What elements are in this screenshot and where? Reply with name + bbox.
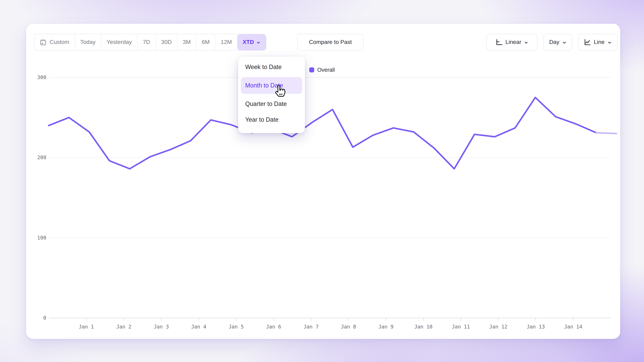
x-tick-label-14: Jan 14 bbox=[564, 324, 582, 330]
y-tick-label-200: 200 bbox=[37, 155, 46, 160]
x-tick-label-5: Jan 5 bbox=[228, 324, 244, 330]
x-tick-label-12: Jan 12 bbox=[489, 324, 507, 330]
x-tick-label-6: Jan 6 bbox=[266, 324, 281, 330]
x-tick-label-4: Jan 4 bbox=[191, 324, 206, 330]
x-tick-label-3: Jan 3 bbox=[154, 324, 169, 330]
x-tick-label-7: Jan 7 bbox=[304, 324, 319, 330]
x-tick-label-10: Jan 10 bbox=[414, 324, 432, 330]
line-chart: 0100200300Jan 1Jan 2Jan 3Jan 4Jan 5Jan 6… bbox=[0, 0, 644, 362]
x-tick-label-2: Jan 2 bbox=[116, 324, 131, 330]
x-tick-label-8: Jan 8 bbox=[341, 324, 356, 330]
dropdown-item-quarter-to-date[interactable]: Quarter to Date bbox=[241, 98, 302, 110]
xtd-dropdown-menu: Week to DateMonth to DateQuarter to Date… bbox=[238, 57, 305, 133]
series-line-overall bbox=[49, 97, 596, 169]
y-tick-label-300: 300 bbox=[37, 74, 46, 80]
x-tick-label-9: Jan 9 bbox=[378, 324, 394, 330]
series-line-overall-incomplete-tail bbox=[596, 133, 616, 134]
dropdown-item-year-to-date[interactable]: Year to Date bbox=[241, 114, 302, 125]
dropdown-item-week-to-date[interactable]: Week to Date bbox=[241, 61, 302, 73]
x-tick-label-13: Jan 13 bbox=[526, 324, 545, 330]
app-background: CustomTodayYesterday7D30D3M6M12M XTD Com… bbox=[0, 0, 644, 362]
dropdown-item-month-to-date[interactable]: Month to Date bbox=[241, 77, 302, 94]
y-tick-label-0: 0 bbox=[43, 315, 46, 321]
x-tick-label-11: Jan 11 bbox=[452, 324, 470, 330]
y-tick-label-100: 100 bbox=[37, 235, 46, 241]
x-tick-label-1: Jan 1 bbox=[79, 324, 94, 330]
